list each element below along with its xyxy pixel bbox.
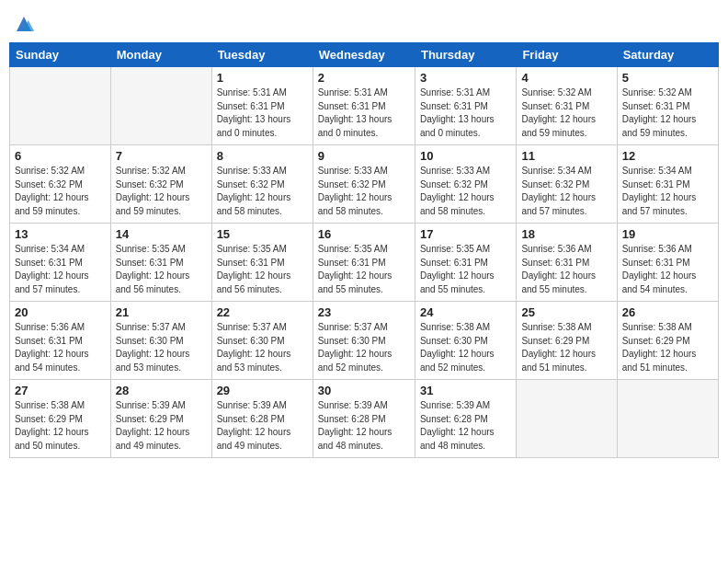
day-info: Sunrise: 5:39 AM Sunset: 6:29 PM Dayligh… xyxy=(116,399,207,453)
calendar-cell: 6Sunrise: 5:32 AM Sunset: 6:32 PM Daylig… xyxy=(10,145,111,224)
week-row-4: 20Sunrise: 5:36 AM Sunset: 6:31 PM Dayli… xyxy=(10,302,719,380)
day-info: Sunrise: 5:39 AM Sunset: 6:28 PM Dayligh… xyxy=(318,399,410,453)
day-number: 10 xyxy=(420,149,511,163)
calendar-cell: 29Sunrise: 5:39 AM Sunset: 6:28 PM Dayli… xyxy=(211,380,313,458)
week-row-2: 6Sunrise: 5:32 AM Sunset: 6:32 PM Daylig… xyxy=(10,145,719,224)
day-info: Sunrise: 5:32 AM Sunset: 6:31 PM Dayligh… xyxy=(521,86,611,140)
calendar-cell: 3Sunrise: 5:31 AM Sunset: 6:31 PM Daylig… xyxy=(415,67,516,145)
calendar-cell: 23Sunrise: 5:37 AM Sunset: 6:30 PM Dayli… xyxy=(313,302,415,380)
calendar-cell: 27Sunrise: 5:38 AM Sunset: 6:29 PM Dayli… xyxy=(10,380,111,458)
day-number: 22 xyxy=(217,305,308,319)
day-number: 9 xyxy=(318,149,410,163)
day-number: 17 xyxy=(420,227,511,241)
calendar-cell: 22Sunrise: 5:37 AM Sunset: 6:30 PM Dayli… xyxy=(211,302,313,380)
day-info: Sunrise: 5:35 AM Sunset: 6:31 PM Dayligh… xyxy=(318,243,410,296)
day-info: Sunrise: 5:35 AM Sunset: 6:31 PM Dayligh… xyxy=(217,243,308,296)
calendar-table: SundayMondayTuesdayWednesdayThursdayFrid… xyxy=(9,42,719,458)
week-row-3: 13Sunrise: 5:34 AM Sunset: 6:31 PM Dayli… xyxy=(10,224,719,302)
calendar-cell: 19Sunrise: 5:36 AM Sunset: 6:31 PM Dayli… xyxy=(617,224,718,302)
calendar-cell: 26Sunrise: 5:38 AM Sunset: 6:29 PM Dayli… xyxy=(617,302,718,380)
day-number: 6 xyxy=(15,149,106,163)
day-number: 25 xyxy=(521,305,611,319)
week-row-1: 1Sunrise: 5:31 AM Sunset: 6:31 PM Daylig… xyxy=(10,67,719,145)
day-number: 27 xyxy=(15,384,106,397)
day-info: Sunrise: 5:33 AM Sunset: 6:32 PM Dayligh… xyxy=(217,165,308,218)
day-number: 8 xyxy=(217,149,308,163)
day-number: 11 xyxy=(521,149,611,163)
calendar-cell: 10Sunrise: 5:33 AM Sunset: 6:32 PM Dayli… xyxy=(415,145,516,224)
day-number: 24 xyxy=(420,305,511,319)
calendar-cell: 18Sunrise: 5:36 AM Sunset: 6:31 PM Dayli… xyxy=(517,224,617,302)
day-number: 20 xyxy=(15,305,106,319)
day-info: Sunrise: 5:34 AM Sunset: 6:31 PM Dayligh… xyxy=(622,165,713,218)
day-number: 30 xyxy=(318,384,410,397)
calendar-cell: 30Sunrise: 5:39 AM Sunset: 6:28 PM Dayli… xyxy=(313,380,415,458)
calendar-cell: 13Sunrise: 5:34 AM Sunset: 6:31 PM Dayli… xyxy=(10,224,111,302)
day-info: Sunrise: 5:37 AM Sunset: 6:30 PM Dayligh… xyxy=(116,321,207,374)
col-header-tuesday: Tuesday xyxy=(211,43,313,67)
day-info: Sunrise: 5:36 AM Sunset: 6:31 PM Dayligh… xyxy=(521,243,611,296)
day-number: 23 xyxy=(318,305,410,319)
day-info: Sunrise: 5:38 AM Sunset: 6:30 PM Dayligh… xyxy=(420,321,511,374)
week-row-5: 27Sunrise: 5:38 AM Sunset: 6:29 PM Dayli… xyxy=(10,380,719,458)
day-info: Sunrise: 5:35 AM Sunset: 6:31 PM Dayligh… xyxy=(420,243,511,296)
day-info: Sunrise: 5:33 AM Sunset: 6:32 PM Dayligh… xyxy=(420,165,511,218)
calendar-cell xyxy=(110,67,211,145)
day-number: 15 xyxy=(217,227,308,241)
day-number: 3 xyxy=(420,71,511,85)
col-header-sunday: Sunday xyxy=(10,43,111,67)
col-header-thursday: Thursday xyxy=(415,43,516,67)
col-header-friday: Friday xyxy=(517,43,617,67)
calendar-cell: 7Sunrise: 5:32 AM Sunset: 6:32 PM Daylig… xyxy=(110,145,211,224)
day-info: Sunrise: 5:31 AM Sunset: 6:31 PM Dayligh… xyxy=(318,86,410,140)
page-header xyxy=(9,9,719,39)
day-number: 13 xyxy=(15,227,106,241)
day-number: 14 xyxy=(116,227,207,241)
day-info: Sunrise: 5:32 AM Sunset: 6:31 PM Dayligh… xyxy=(622,86,713,140)
day-info: Sunrise: 5:37 AM Sunset: 6:30 PM Dayligh… xyxy=(318,321,410,374)
day-info: Sunrise: 5:33 AM Sunset: 6:32 PM Dayligh… xyxy=(318,165,410,218)
calendar-cell: 17Sunrise: 5:35 AM Sunset: 6:31 PM Dayli… xyxy=(415,224,516,302)
calendar-cell: 9Sunrise: 5:33 AM Sunset: 6:32 PM Daylig… xyxy=(313,145,415,224)
day-info: Sunrise: 5:38 AM Sunset: 6:29 PM Dayligh… xyxy=(15,399,106,453)
day-number: 19 xyxy=(622,227,713,241)
day-info: Sunrise: 5:31 AM Sunset: 6:31 PM Dayligh… xyxy=(217,86,308,140)
day-number: 12 xyxy=(622,149,713,163)
calendar-cell: 28Sunrise: 5:39 AM Sunset: 6:29 PM Dayli… xyxy=(110,380,211,458)
day-info: Sunrise: 5:38 AM Sunset: 6:29 PM Dayligh… xyxy=(521,321,611,374)
col-header-monday: Monday xyxy=(110,43,211,67)
calendar-cell: 24Sunrise: 5:38 AM Sunset: 6:30 PM Dayli… xyxy=(415,302,516,380)
day-info: Sunrise: 5:34 AM Sunset: 6:31 PM Dayligh… xyxy=(15,243,106,296)
day-info: Sunrise: 5:39 AM Sunset: 6:28 PM Dayligh… xyxy=(420,399,511,453)
calendar-cell: 5Sunrise: 5:32 AM Sunset: 6:31 PM Daylig… xyxy=(617,67,718,145)
day-number: 26 xyxy=(622,305,713,319)
calendar-cell: 20Sunrise: 5:36 AM Sunset: 6:31 PM Dayli… xyxy=(10,302,111,380)
calendar-header-row: SundayMondayTuesdayWednesdayThursdayFrid… xyxy=(10,43,719,67)
day-number: 28 xyxy=(116,384,207,397)
calendar-cell: 2Sunrise: 5:31 AM Sunset: 6:31 PM Daylig… xyxy=(313,67,415,145)
day-info: Sunrise: 5:35 AM Sunset: 6:31 PM Dayligh… xyxy=(116,243,207,296)
day-info: Sunrise: 5:32 AM Sunset: 6:32 PM Dayligh… xyxy=(116,165,207,218)
calendar-cell: 25Sunrise: 5:38 AM Sunset: 6:29 PM Dayli… xyxy=(517,302,617,380)
calendar-cell: 31Sunrise: 5:39 AM Sunset: 6:28 PM Dayli… xyxy=(415,380,516,458)
day-number: 29 xyxy=(217,384,308,397)
calendar-cell: 1Sunrise: 5:31 AM Sunset: 6:31 PM Daylig… xyxy=(211,67,313,145)
col-header-saturday: Saturday xyxy=(617,43,718,67)
day-info: Sunrise: 5:34 AM Sunset: 6:32 PM Dayligh… xyxy=(521,165,611,218)
col-header-wednesday: Wednesday xyxy=(313,43,415,67)
logo-icon xyxy=(9,9,39,39)
calendar-cell: 14Sunrise: 5:35 AM Sunset: 6:31 PM Dayli… xyxy=(110,224,211,302)
calendar-cell xyxy=(10,67,111,145)
calendar-cell xyxy=(517,380,617,458)
calendar-cell: 4Sunrise: 5:32 AM Sunset: 6:31 PM Daylig… xyxy=(517,67,617,145)
day-number: 7 xyxy=(116,149,207,163)
day-number: 5 xyxy=(622,71,713,85)
day-number: 21 xyxy=(116,305,207,319)
calendar-cell xyxy=(617,380,718,458)
calendar-cell: 16Sunrise: 5:35 AM Sunset: 6:31 PM Dayli… xyxy=(313,224,415,302)
calendar-cell: 11Sunrise: 5:34 AM Sunset: 6:32 PM Dayli… xyxy=(517,145,617,224)
day-number: 2 xyxy=(318,71,410,85)
day-info: Sunrise: 5:36 AM Sunset: 6:31 PM Dayligh… xyxy=(15,321,106,374)
day-info: Sunrise: 5:38 AM Sunset: 6:29 PM Dayligh… xyxy=(622,321,713,374)
calendar-cell: 8Sunrise: 5:33 AM Sunset: 6:32 PM Daylig… xyxy=(211,145,313,224)
